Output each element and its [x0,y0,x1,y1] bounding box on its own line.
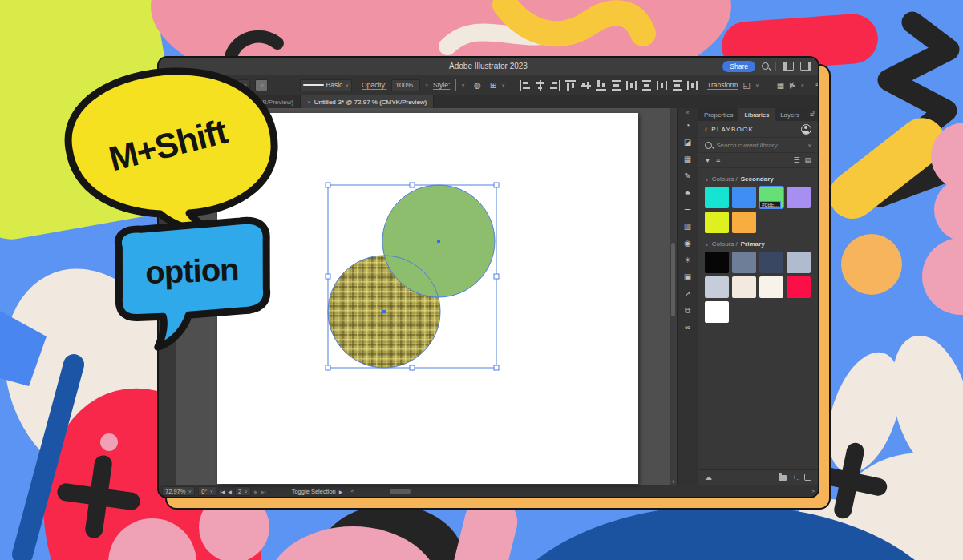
align-h-center-icon[interactable] [535,80,545,91]
align-left-icon[interactable] [520,80,530,91]
control-menu-icon[interactable]: ≡ [815,81,819,90]
horizontal-scrollbar-thumb[interactable] [390,489,411,494]
sync-cloud-icon[interactable]: ☁ [705,473,712,481]
align-right-icon[interactable] [550,80,560,91]
style-swatch[interactable] [455,79,456,91]
scroll-right-icon[interactable]: > [811,489,815,494]
gradient-panel-icon[interactable]: ▥ [678,218,698,235]
list-view-icon[interactable]: ☰ [793,156,799,164]
stroke-style-dropdown[interactable]: Basic ∨ [300,79,353,91]
filter-icon[interactable]: ▼ [705,158,710,163]
swatch-light-grey[interactable] [705,276,729,298]
stroke-icon[interactable]: ☰ [678,201,698,218]
search-icon[interactable] [762,62,769,70]
gradient-icon[interactable]: ◪ [678,134,698,151]
symbols-icon[interactable]: ♣ [678,184,698,201]
section-label-secondary[interactable]: ∨Colours /Secondary [698,171,818,186]
align-v-center-icon[interactable] [581,80,591,91]
transform-dropdown-icon[interactable]: ∨ [755,83,759,87]
style-dropdown-icon[interactable]: ∨ [461,83,465,87]
scroll-down-icon[interactable]: ∨ [670,478,677,484]
search-input[interactable]: Search current library [716,142,803,149]
arrange-dropdown-icon[interactable]: ∨ [800,83,804,87]
tab-layers[interactable]: Layers [775,108,805,121]
vertical-scrollbar[interactable]: ∨ [670,108,677,485]
expand-dock-icon[interactable]: » [812,110,815,115]
status-expand-icon[interactable]: ▶ [339,489,343,494]
align-bottom-icon[interactable] [596,80,606,91]
graphic-styles-icon[interactable]: ▣ [678,268,698,285]
transform-label[interactable]: Transform [707,81,738,89]
grid-view-icon[interactable]: ▤ [804,156,811,164]
distribute-v-center-icon[interactable] [626,80,637,91]
swatch-light-blue-grey[interactable] [787,252,811,273]
workspace-layout-icon[interactable] [783,62,794,71]
share-button[interactable]: Share [722,61,755,72]
appearance-icon[interactable]: ☀ [678,252,698,268]
align-top-icon[interactable] [565,80,576,91]
swatch-chartreuse[interactable] [705,212,729,233]
shortcut-bubble-mshift: M+Shift [48,59,282,242]
close-tab-icon[interactable]: × [307,99,311,106]
distribute-right-icon[interactable] [687,80,698,91]
links-icon[interactable]: ∞ [678,319,698,336]
vertical-scrollbar-thumb[interactable] [671,243,675,316]
brushes-icon[interactable]: ✎ [678,167,698,184]
delete-icon[interactable] [804,474,811,481]
swatch-white[interactable] [705,301,729,323]
swatch-orange[interactable] [732,212,756,233]
collapse-dock-icon[interactable]: « [686,110,690,115]
swatch-red[interactable] [787,276,811,298]
document-setup-icon[interactable]: ◍ [474,81,481,90]
previous-artboard-icon[interactable]: ◀ [228,489,232,494]
artboard-number-dropdown[interactable]: 2 ∨ [235,486,251,496]
tab-properties[interactable]: Properties [698,108,738,121]
rotation-dropdown[interactable]: 0° ∨ [198,486,216,496]
export-icon[interactable]: ↗ [678,285,698,302]
distribute-top-icon[interactable] [611,80,621,91]
distribute-left-icon[interactable] [657,80,667,91]
new-group-folder-icon[interactable] [779,475,787,481]
artboards-icon[interactable]: ⧉ [678,302,698,319]
opacity-label[interactable]: Opacity: [362,81,386,89]
grid-snapping-icon[interactable]: ⊞ [490,81,496,90]
back-icon[interactable]: ‹ [705,125,707,134]
section-label-primary[interactable]: ∨Colours /Primary [698,236,818,251]
account-avatar-icon[interactable] [801,124,811,135]
tab-libraries[interactable]: Libraries [738,108,775,121]
distribute-h-center-icon[interactable] [672,80,682,91]
properties-grid-icon[interactable]: ▦ [777,81,784,90]
swatch-cyan[interactable] [705,187,729,208]
swatch-green[interactable]: #6BE... [759,187,783,208]
first-artboard-icon[interactable]: |◀ [220,489,225,494]
swatch-off-white[interactable] [759,276,783,298]
distribute-bottom-icon[interactable] [641,80,652,91]
opacity-expand-icon[interactable]: > [425,83,428,87]
next-artboard-icon[interactable]: ▶ [254,489,258,494]
transparency-icon[interactable]: ◉ [678,235,698,252]
tab-untitled-3[interactable]: × Untitled-3* @ 72.97 % (CMYK/Preview) [301,95,434,108]
swatch-black[interactable] [705,252,729,273]
opacity-value-field[interactable]: 100% [391,79,420,91]
sort-icon[interactable]: ≡ [716,156,720,164]
last-artboard-icon[interactable]: ▶| [261,489,266,494]
zoom-level-dropdown[interactable]: 72.97% ∨ [162,486,195,496]
horizontal-scrollbar[interactable] [358,488,807,495]
stage: Adobe Illustrator 2023 Share ∨ ∨ Basic ∨… [0,0,963,560]
swatch-slate-blue[interactable] [732,252,756,273]
library-search-row[interactable]: Search current library ∨ [698,137,818,153]
arrange-icon[interactable]: ⋫ [789,81,795,90]
swatches-icon[interactable]: ▦ [678,151,698,167]
search-scope-icon[interactable]: ∨ [807,143,811,147]
swatch-purple[interactable] [787,187,811,208]
swatch-dark-navy[interactable] [759,252,783,273]
swatch-blue[interactable] [732,187,756,208]
color-wheel-icon[interactable]: ◔ [678,117,698,134]
transform-icon[interactable]: ◱ [742,81,750,90]
window-panel-icon[interactable] [800,62,811,71]
grid-dropdown-icon[interactable]: ∨ [501,83,505,87]
style-label[interactable]: Style: [433,81,450,89]
swatch-cream[interactable] [732,276,756,298]
add-item-icon[interactable]: +. [792,473,799,481]
scroll-left-icon[interactable]: < [350,489,354,494]
